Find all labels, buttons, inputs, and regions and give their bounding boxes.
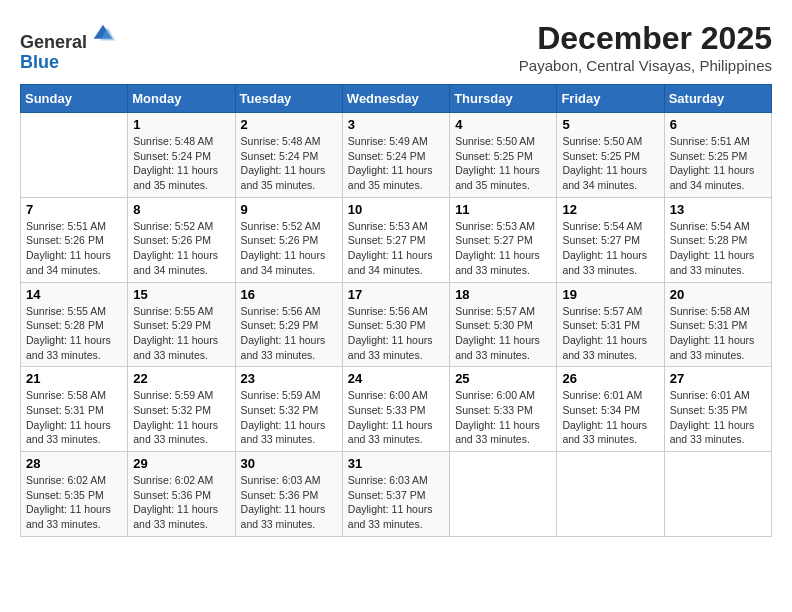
day-header-saturday: Saturday	[664, 85, 771, 113]
calendar-cell: 6Sunrise: 5:51 AM Sunset: 5:25 PM Daylig…	[664, 113, 771, 198]
day-header-tuesday: Tuesday	[235, 85, 342, 113]
day-number: 23	[241, 371, 337, 386]
day-info: Sunrise: 5:49 AM Sunset: 5:24 PM Dayligh…	[348, 134, 444, 193]
day-info: Sunrise: 5:54 AM Sunset: 5:28 PM Dayligh…	[670, 219, 766, 278]
calendar-week-1: 1Sunrise: 5:48 AM Sunset: 5:24 PM Daylig…	[21, 113, 772, 198]
day-number: 11	[455, 202, 551, 217]
calendar-cell: 25Sunrise: 6:00 AM Sunset: 5:33 PM Dayli…	[450, 367, 557, 452]
day-header-sunday: Sunday	[21, 85, 128, 113]
day-info: Sunrise: 5:55 AM Sunset: 5:29 PM Dayligh…	[133, 304, 229, 363]
calendar-cell	[664, 452, 771, 537]
calendar-cell: 16Sunrise: 5:56 AM Sunset: 5:29 PM Dayli…	[235, 282, 342, 367]
day-number: 5	[562, 117, 658, 132]
day-number: 10	[348, 202, 444, 217]
calendar-cell	[450, 452, 557, 537]
calendar-cell: 5Sunrise: 5:50 AM Sunset: 5:25 PM Daylig…	[557, 113, 664, 198]
day-header-wednesday: Wednesday	[342, 85, 449, 113]
day-info: Sunrise: 6:02 AM Sunset: 5:36 PM Dayligh…	[133, 473, 229, 532]
month-year-title: December 2025	[519, 20, 772, 57]
day-number: 8	[133, 202, 229, 217]
day-number: 26	[562, 371, 658, 386]
day-info: Sunrise: 6:02 AM Sunset: 5:35 PM Dayligh…	[26, 473, 122, 532]
day-number: 9	[241, 202, 337, 217]
day-info: Sunrise: 5:56 AM Sunset: 5:30 PM Dayligh…	[348, 304, 444, 363]
day-number: 13	[670, 202, 766, 217]
logo-icon	[89, 20, 117, 48]
day-number: 4	[455, 117, 551, 132]
calendar-cell	[21, 113, 128, 198]
day-number: 29	[133, 456, 229, 471]
day-number: 6	[670, 117, 766, 132]
calendar-header-row: SundayMondayTuesdayWednesdayThursdayFrid…	[21, 85, 772, 113]
day-number: 20	[670, 287, 766, 302]
calendar-cell: 9Sunrise: 5:52 AM Sunset: 5:26 PM Daylig…	[235, 197, 342, 282]
day-number: 2	[241, 117, 337, 132]
day-number: 19	[562, 287, 658, 302]
calendar-week-5: 28Sunrise: 6:02 AM Sunset: 5:35 PM Dayli…	[21, 452, 772, 537]
day-number: 24	[348, 371, 444, 386]
calendar-cell: 4Sunrise: 5:50 AM Sunset: 5:25 PM Daylig…	[450, 113, 557, 198]
day-number: 1	[133, 117, 229, 132]
calendar-cell: 28Sunrise: 6:02 AM Sunset: 5:35 PM Dayli…	[21, 452, 128, 537]
day-info: Sunrise: 6:03 AM Sunset: 5:36 PM Dayligh…	[241, 473, 337, 532]
day-header-monday: Monday	[128, 85, 235, 113]
calendar-cell: 22Sunrise: 5:59 AM Sunset: 5:32 PM Dayli…	[128, 367, 235, 452]
day-info: Sunrise: 5:52 AM Sunset: 5:26 PM Dayligh…	[241, 219, 337, 278]
day-info: Sunrise: 6:00 AM Sunset: 5:33 PM Dayligh…	[455, 388, 551, 447]
calendar-cell: 23Sunrise: 5:59 AM Sunset: 5:32 PM Dayli…	[235, 367, 342, 452]
day-number: 3	[348, 117, 444, 132]
day-info: Sunrise: 5:48 AM Sunset: 5:24 PM Dayligh…	[133, 134, 229, 193]
day-info: Sunrise: 5:51 AM Sunset: 5:26 PM Dayligh…	[26, 219, 122, 278]
day-info: Sunrise: 5:48 AM Sunset: 5:24 PM Dayligh…	[241, 134, 337, 193]
day-header-thursday: Thursday	[450, 85, 557, 113]
calendar-cell: 29Sunrise: 6:02 AM Sunset: 5:36 PM Dayli…	[128, 452, 235, 537]
day-info: Sunrise: 5:58 AM Sunset: 5:31 PM Dayligh…	[670, 304, 766, 363]
day-info: Sunrise: 5:53 AM Sunset: 5:27 PM Dayligh…	[455, 219, 551, 278]
day-number: 17	[348, 287, 444, 302]
day-info: Sunrise: 5:56 AM Sunset: 5:29 PM Dayligh…	[241, 304, 337, 363]
calendar-cell: 3Sunrise: 5:49 AM Sunset: 5:24 PM Daylig…	[342, 113, 449, 198]
day-number: 16	[241, 287, 337, 302]
day-info: Sunrise: 5:50 AM Sunset: 5:25 PM Dayligh…	[562, 134, 658, 193]
day-header-friday: Friday	[557, 85, 664, 113]
logo: General Blue	[20, 20, 117, 73]
calendar-cell: 30Sunrise: 6:03 AM Sunset: 5:36 PM Dayli…	[235, 452, 342, 537]
day-info: Sunrise: 6:01 AM Sunset: 5:35 PM Dayligh…	[670, 388, 766, 447]
day-info: Sunrise: 5:59 AM Sunset: 5:32 PM Dayligh…	[133, 388, 229, 447]
day-number: 15	[133, 287, 229, 302]
calendar-cell: 18Sunrise: 5:57 AM Sunset: 5:30 PM Dayli…	[450, 282, 557, 367]
calendar-cell: 11Sunrise: 5:53 AM Sunset: 5:27 PM Dayli…	[450, 197, 557, 282]
calendar-cell: 8Sunrise: 5:52 AM Sunset: 5:26 PM Daylig…	[128, 197, 235, 282]
day-info: Sunrise: 5:53 AM Sunset: 5:27 PM Dayligh…	[348, 219, 444, 278]
day-number: 21	[26, 371, 122, 386]
day-number: 30	[241, 456, 337, 471]
calendar-cell: 17Sunrise: 5:56 AM Sunset: 5:30 PM Dayli…	[342, 282, 449, 367]
calendar-cell: 31Sunrise: 6:03 AM Sunset: 5:37 PM Dayli…	[342, 452, 449, 537]
calendar-cell: 12Sunrise: 5:54 AM Sunset: 5:27 PM Dayli…	[557, 197, 664, 282]
day-number: 25	[455, 371, 551, 386]
location-subtitle: Payabon, Central Visayas, Philippines	[519, 57, 772, 74]
calendar-week-4: 21Sunrise: 5:58 AM Sunset: 5:31 PM Dayli…	[21, 367, 772, 452]
day-number: 14	[26, 287, 122, 302]
calendar-cell: 7Sunrise: 5:51 AM Sunset: 5:26 PM Daylig…	[21, 197, 128, 282]
day-info: Sunrise: 5:59 AM Sunset: 5:32 PM Dayligh…	[241, 388, 337, 447]
calendar-cell: 14Sunrise: 5:55 AM Sunset: 5:28 PM Dayli…	[21, 282, 128, 367]
day-info: Sunrise: 6:00 AM Sunset: 5:33 PM Dayligh…	[348, 388, 444, 447]
calendar-cell: 15Sunrise: 5:55 AM Sunset: 5:29 PM Dayli…	[128, 282, 235, 367]
page-header: General Blue December 2025 Payabon, Cent…	[20, 20, 772, 74]
day-info: Sunrise: 5:54 AM Sunset: 5:27 PM Dayligh…	[562, 219, 658, 278]
calendar-cell	[557, 452, 664, 537]
calendar-week-3: 14Sunrise: 5:55 AM Sunset: 5:28 PM Dayli…	[21, 282, 772, 367]
logo-general-text: General	[20, 32, 87, 52]
title-block: December 2025 Payabon, Central Visayas, …	[519, 20, 772, 74]
day-info: Sunrise: 5:57 AM Sunset: 5:30 PM Dayligh…	[455, 304, 551, 363]
calendar-cell: 2Sunrise: 5:48 AM Sunset: 5:24 PM Daylig…	[235, 113, 342, 198]
day-info: Sunrise: 5:58 AM Sunset: 5:31 PM Dayligh…	[26, 388, 122, 447]
day-number: 7	[26, 202, 122, 217]
day-info: Sunrise: 5:57 AM Sunset: 5:31 PM Dayligh…	[562, 304, 658, 363]
day-info: Sunrise: 5:55 AM Sunset: 5:28 PM Dayligh…	[26, 304, 122, 363]
calendar-cell: 20Sunrise: 5:58 AM Sunset: 5:31 PM Dayli…	[664, 282, 771, 367]
day-info: Sunrise: 5:50 AM Sunset: 5:25 PM Dayligh…	[455, 134, 551, 193]
day-number: 28	[26, 456, 122, 471]
calendar-cell: 19Sunrise: 5:57 AM Sunset: 5:31 PM Dayli…	[557, 282, 664, 367]
